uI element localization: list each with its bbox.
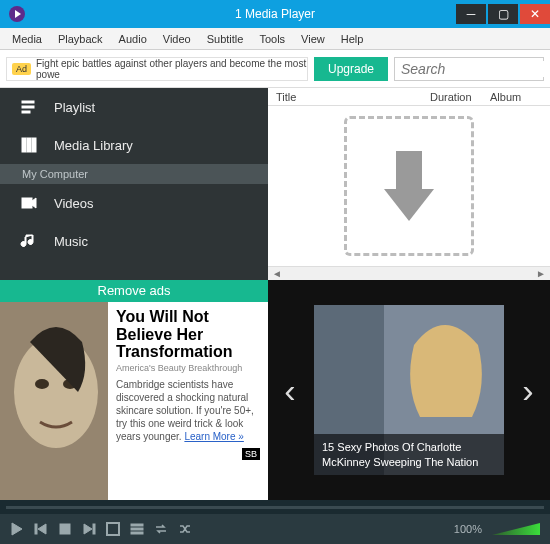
- ad-learn-more-link[interactable]: Learn More »: [184, 431, 243, 442]
- svg-rect-4: [22, 101, 34, 103]
- svg-marker-11: [32, 198, 36, 208]
- progress-bar[interactable]: [0, 500, 550, 514]
- svg-rect-6: [22, 111, 30, 113]
- sidebar-item-library[interactable]: Media Library: [0, 126, 268, 164]
- ad-subheadline: America's Beauty Breakthrough: [116, 363, 260, 375]
- app-logo-icon: [8, 5, 26, 23]
- svg-rect-29: [131, 528, 143, 530]
- sidebar-item-music[interactable]: Music: [0, 222, 268, 260]
- player-controls: 100%: [0, 514, 550, 544]
- ad-text-block[interactable]: You Will Not Believe Her Transformation …: [108, 302, 268, 504]
- svg-rect-7: [22, 138, 26, 152]
- close-button[interactable]: ✕: [520, 4, 550, 24]
- svg-rect-28: [131, 524, 143, 526]
- svg-marker-13: [384, 189, 434, 221]
- svg-rect-8: [27, 138, 31, 152]
- sidebar-item-label: Music: [54, 234, 88, 249]
- carousel-caption: 15 Sexy Photos Of Charlotte McKinney Swe…: [314, 434, 504, 475]
- minimize-button[interactable]: ─: [456, 4, 486, 24]
- sidebar-item-playlist[interactable]: Playlist: [0, 88, 268, 126]
- ad-badge: Ad: [12, 63, 31, 75]
- ad-image[interactable]: [0, 302, 108, 504]
- prev-button[interactable]: [34, 522, 48, 536]
- svg-rect-26: [93, 524, 95, 534]
- svg-rect-12: [396, 151, 422, 189]
- music-icon: [20, 232, 38, 250]
- sidebar-item-videos[interactable]: Videos: [0, 184, 268, 222]
- search-input[interactable]: [401, 61, 550, 77]
- sidebar-item-label: Videos: [54, 196, 94, 211]
- stop-button[interactable]: [58, 522, 72, 536]
- sidebar-item-label: Playlist: [54, 100, 95, 115]
- col-title[interactable]: Title: [268, 91, 430, 103]
- ad-banner[interactable]: Ad Fight epic battles against other play…: [6, 57, 308, 81]
- svg-rect-22: [35, 524, 37, 534]
- volume-percent: 100%: [454, 523, 482, 535]
- ad-panel-left: Remove ads You Will Not Believe Her Tran…: [0, 280, 268, 500]
- menu-help[interactable]: Help: [333, 33, 372, 45]
- svg-marker-21: [12, 523, 22, 535]
- menu-playback[interactable]: Playback: [50, 33, 111, 45]
- ad-panel-right: ‹ 15 Sexy Photos Of Charlotte McKinney S…: [268, 280, 550, 500]
- column-headers: Title Duration Album: [268, 88, 550, 106]
- col-album[interactable]: Album: [490, 91, 550, 103]
- svg-marker-23: [38, 524, 46, 534]
- menu-media[interactable]: Media: [4, 33, 50, 45]
- sidebar: Playlist Media Library My Computer Video…: [0, 88, 268, 280]
- menu-audio[interactable]: Audio: [111, 33, 155, 45]
- menu-video[interactable]: Video: [155, 33, 199, 45]
- svg-rect-9: [32, 138, 36, 152]
- content-pane: Title Duration Album ◄►: [268, 88, 550, 280]
- play-button[interactable]: [10, 522, 24, 536]
- svg-rect-24: [60, 524, 70, 534]
- sidebar-item-label: My Computer: [22, 168, 88, 180]
- carousel-next-button[interactable]: ›: [510, 372, 546, 408]
- search-box[interactable]: [394, 57, 544, 81]
- top-toolbar: Ad Fight epic battles against other play…: [0, 50, 550, 88]
- titlebar: 1 Media Player ─ ▢ ✕: [0, 0, 550, 28]
- sidebar-item-mycomputer[interactable]: My Computer: [0, 164, 268, 184]
- remove-ads-button[interactable]: Remove ads: [0, 280, 268, 302]
- menu-view[interactable]: View: [293, 33, 333, 45]
- col-duration[interactable]: Duration: [430, 91, 490, 103]
- next-button[interactable]: [82, 522, 96, 536]
- volume-slider[interactable]: [492, 523, 540, 535]
- svg-rect-27: [107, 523, 119, 535]
- playlist-icon: [20, 98, 38, 116]
- svg-rect-5: [22, 106, 34, 108]
- playlist-toggle-button[interactable]: [130, 522, 144, 536]
- menu-tools[interactable]: Tools: [251, 33, 293, 45]
- window-title: 1 Media Player: [235, 7, 315, 21]
- menu-subtitle[interactable]: Subtitle: [199, 33, 252, 45]
- svg-point-16: [35, 379, 49, 389]
- sidebar-item-label: Media Library: [54, 138, 133, 153]
- horizontal-scrollbar[interactable]: ◄►: [268, 266, 550, 280]
- ad-text: Fight epic battles against other players…: [36, 58, 307, 80]
- download-arrow-icon: [374, 146, 444, 226]
- shuffle-button[interactable]: [178, 522, 192, 536]
- repeat-button[interactable]: [154, 522, 168, 536]
- maximize-button[interactable]: ▢: [488, 4, 518, 24]
- carousel-image[interactable]: 15 Sexy Photos Of Charlotte McKinney Swe…: [314, 305, 504, 475]
- upgrade-button[interactable]: Upgrade: [314, 57, 388, 81]
- drop-zone[interactable]: [268, 106, 550, 266]
- ad-source-badge: SB: [242, 448, 260, 460]
- svg-rect-30: [131, 532, 143, 534]
- fullscreen-button[interactable]: [106, 522, 120, 536]
- library-icon: [20, 136, 38, 154]
- svg-marker-25: [84, 524, 92, 534]
- carousel-prev-button[interactable]: ‹: [272, 372, 308, 408]
- video-icon: [20, 194, 38, 212]
- ad-headline: You Will Not Believe Her Transformation: [116, 308, 260, 361]
- menubar: Media Playback Audio Video Subtitle Tool…: [0, 28, 550, 50]
- svg-rect-10: [22, 198, 32, 208]
